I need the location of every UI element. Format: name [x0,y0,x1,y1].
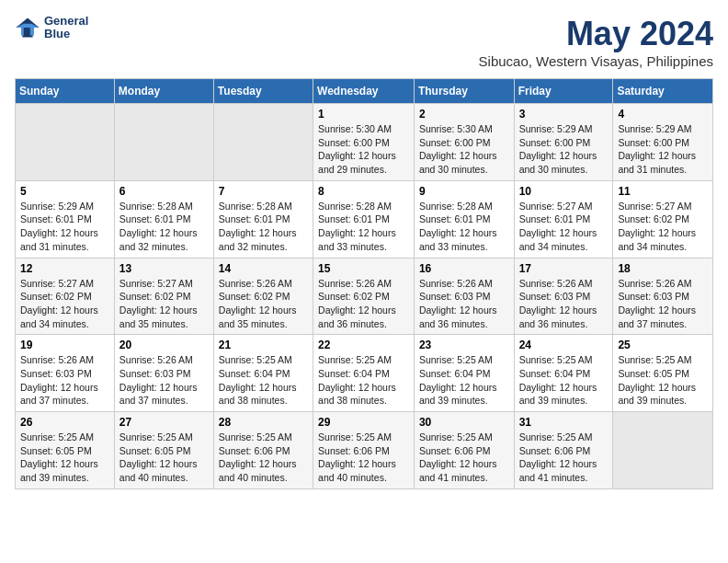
column-header-tuesday: Tuesday [213,79,313,104]
day-number: 29 [318,416,409,429]
day-info: Sunrise: 5:25 AM Sunset: 6:05 PM Dayligh… [119,431,209,485]
day-number: 15 [318,262,409,275]
day-number: 14 [219,262,308,275]
day-info: Sunrise: 5:27 AM Sunset: 6:02 PM Dayligh… [20,277,109,331]
day-info: Sunrise: 5:26 AM Sunset: 6:02 PM Dayligh… [219,277,308,331]
day-number: 8 [318,185,409,198]
calendar-cell: 6Sunrise: 5:28 AM Sunset: 6:01 PM Daylig… [114,180,213,258]
calendar-week-2: 5Sunrise: 5:29 AM Sunset: 6:01 PM Daylig… [16,180,713,258]
day-info: Sunrise: 5:25 AM Sunset: 6:06 PM Dayligh… [419,431,509,485]
day-number: 18 [618,262,708,275]
day-info: Sunrise: 5:30 AM Sunset: 6:00 PM Dayligh… [318,122,409,177]
calendar-cell: 17Sunrise: 5:26 AM Sunset: 6:03 PM Dayli… [514,258,613,335]
title-block: May 2024 Sibucao, Western Visayas, Phili… [479,15,713,69]
day-info: Sunrise: 5:25 AM Sunset: 6:04 PM Dayligh… [219,353,308,408]
column-header-sunday: Sunday [16,79,115,104]
day-info: Sunrise: 5:27 AM Sunset: 6:02 PM Dayligh… [618,200,708,254]
day-number: 2 [419,108,509,121]
day-info: Sunrise: 5:28 AM Sunset: 6:01 PM Dayligh… [219,200,308,254]
logo: General Blue [15,15,88,41]
day-number: 24 [519,339,609,351]
day-info: Sunrise: 5:27 AM Sunset: 6:02 PM Dayligh… [119,277,209,331]
calendar-cell: 19Sunrise: 5:26 AM Sunset: 6:03 PM Dayli… [16,335,115,412]
calendar-cell: 7Sunrise: 5:28 AM Sunset: 6:01 PM Daylig… [213,180,313,258]
day-info: Sunrise: 5:25 AM Sunset: 6:06 PM Dayligh… [519,431,609,485]
day-number: 17 [519,262,609,275]
calendar-cell: 13Sunrise: 5:27 AM Sunset: 6:02 PM Dayli… [114,258,213,335]
calendar-cell: 23Sunrise: 5:25 AM Sunset: 6:04 PM Dayli… [414,335,514,412]
day-info: Sunrise: 5:25 AM Sunset: 6:04 PM Dayligh… [519,353,609,408]
calendar-cell [114,104,213,181]
day-number: 19 [20,339,109,351]
calendar-cell: 30Sunrise: 5:25 AM Sunset: 6:06 PM Dayli… [414,412,514,489]
calendar-cell: 11Sunrise: 5:27 AM Sunset: 6:02 PM Dayli… [613,180,713,258]
day-number: 9 [419,185,509,198]
day-number: 28 [219,416,308,429]
calendar-cell: 8Sunrise: 5:28 AM Sunset: 6:01 PM Daylig… [313,180,415,258]
subtitle: Sibucao, Western Visayas, Philippines [479,53,713,69]
day-info: Sunrise: 5:29 AM Sunset: 6:00 PM Dayligh… [618,122,708,177]
day-info: Sunrise: 5:28 AM Sunset: 6:01 PM Dayligh… [419,200,509,254]
day-info: Sunrise: 5:26 AM Sunset: 6:03 PM Dayligh… [419,277,509,331]
calendar-header-row: SundayMondayTuesdayWednesdayThursdayFrid… [16,79,713,104]
day-number: 23 [419,339,509,351]
calendar-cell: 29Sunrise: 5:25 AM Sunset: 6:06 PM Dayli… [313,412,415,489]
calendar-body: 1Sunrise: 5:30 AM Sunset: 6:00 PM Daylig… [16,104,713,489]
calendar-table: SundayMondayTuesdayWednesdayThursdayFrid… [15,78,713,489]
calendar-cell: 31Sunrise: 5:25 AM Sunset: 6:06 PM Dayli… [514,412,613,489]
main-title: May 2024 [479,15,713,53]
column-header-saturday: Saturday [613,79,713,104]
calendar-cell: 25Sunrise: 5:25 AM Sunset: 6:05 PM Dayli… [613,335,713,412]
calendar-cell: 18Sunrise: 5:26 AM Sunset: 6:03 PM Dayli… [613,258,713,335]
calendar-cell: 28Sunrise: 5:25 AM Sunset: 6:06 PM Dayli… [213,412,313,489]
day-info: Sunrise: 5:30 AM Sunset: 6:00 PM Dayligh… [419,122,509,177]
calendar-cell: 24Sunrise: 5:25 AM Sunset: 6:04 PM Dayli… [514,335,613,412]
day-number: 5 [20,185,109,198]
day-info: Sunrise: 5:28 AM Sunset: 6:01 PM Dayligh… [318,200,409,254]
day-number: 31 [519,416,609,429]
calendar-cell: 27Sunrise: 5:25 AM Sunset: 6:05 PM Dayli… [114,412,213,489]
day-number: 1 [318,108,409,121]
calendar-cell: 12Sunrise: 5:27 AM Sunset: 6:02 PM Dayli… [16,258,115,335]
logo-text: General Blue [44,15,88,41]
day-number: 26 [20,416,109,429]
day-info: Sunrise: 5:25 AM Sunset: 6:04 PM Dayligh… [419,353,509,408]
calendar-cell [213,104,313,181]
calendar-cell: 26Sunrise: 5:25 AM Sunset: 6:05 PM Dayli… [16,412,115,489]
day-number: 20 [119,339,209,351]
day-number: 27 [119,416,209,429]
day-number: 16 [419,262,509,275]
calendar-cell: 16Sunrise: 5:26 AM Sunset: 6:03 PM Dayli… [414,258,514,335]
day-number: 12 [20,262,109,275]
calendar-week-3: 12Sunrise: 5:27 AM Sunset: 6:02 PM Dayli… [16,258,713,335]
calendar-week-5: 26Sunrise: 5:25 AM Sunset: 6:05 PM Dayli… [16,412,713,489]
calendar-cell: 22Sunrise: 5:25 AM Sunset: 6:04 PM Dayli… [313,335,415,412]
calendar-cell: 2Sunrise: 5:30 AM Sunset: 6:00 PM Daylig… [414,104,514,181]
header: General Blue May 2024 Sibucao, Western V… [15,15,713,69]
calendar-week-1: 1Sunrise: 5:30 AM Sunset: 6:00 PM Daylig… [16,104,713,181]
calendar-cell: 10Sunrise: 5:27 AM Sunset: 6:01 PM Dayli… [514,180,613,258]
day-number: 10 [519,185,609,198]
calendar-cell: 15Sunrise: 5:26 AM Sunset: 6:02 PM Dayli… [313,258,415,335]
day-info: Sunrise: 5:26 AM Sunset: 6:03 PM Dayligh… [519,277,609,331]
day-number: 21 [219,339,308,351]
logo-icon [15,15,40,40]
day-number: 22 [318,339,409,351]
day-info: Sunrise: 5:25 AM Sunset: 6:05 PM Dayligh… [618,353,708,408]
day-info: Sunrise: 5:28 AM Sunset: 6:01 PM Dayligh… [119,200,209,254]
day-number: 6 [119,185,209,198]
day-info: Sunrise: 5:29 AM Sunset: 6:01 PM Dayligh… [20,200,109,254]
calendar-cell: 20Sunrise: 5:26 AM Sunset: 6:03 PM Dayli… [114,335,213,412]
calendar-cell: 14Sunrise: 5:26 AM Sunset: 6:02 PM Dayli… [213,258,313,335]
day-info: Sunrise: 5:26 AM Sunset: 6:03 PM Dayligh… [618,277,708,331]
day-info: Sunrise: 5:26 AM Sunset: 6:03 PM Dayligh… [119,353,209,408]
column-header-monday: Monday [114,79,213,104]
day-info: Sunrise: 5:25 AM Sunset: 6:06 PM Dayligh… [219,431,308,485]
calendar-cell: 3Sunrise: 5:29 AM Sunset: 6:00 PM Daylig… [514,104,613,181]
day-info: Sunrise: 5:26 AM Sunset: 6:03 PM Dayligh… [20,353,109,408]
calendar-cell: 1Sunrise: 5:30 AM Sunset: 6:00 PM Daylig… [313,104,415,181]
day-number: 30 [419,416,509,429]
day-number: 11 [618,185,708,198]
calendar-cell: 4Sunrise: 5:29 AM Sunset: 6:00 PM Daylig… [613,104,713,181]
calendar-cell: 21Sunrise: 5:25 AM Sunset: 6:04 PM Dayli… [213,335,313,412]
